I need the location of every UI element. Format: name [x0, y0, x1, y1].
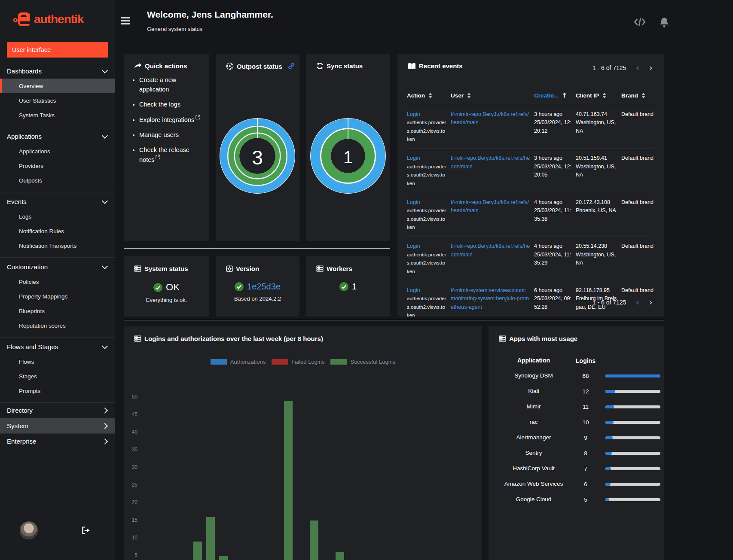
column-header-client-ip[interactable]: Client IP	[576, 91, 620, 100]
menu-icon[interactable]	[121, 17, 130, 26]
column-header-brand[interactable]: Brand	[621, 91, 658, 100]
chevron-down-icon	[102, 198, 108, 204]
app-usage-row: Kiali12	[501, 383, 664, 399]
sidebar-item-stages[interactable]: Stages	[0, 369, 115, 383]
event-action-link[interactable]: Login	[407, 287, 420, 293]
sidebar-item-blueprints[interactable]: Blueprints	[0, 304, 115, 318]
sidebar-item-customization[interactable]: Customization	[0, 259, 115, 274]
app-login-count: 9	[569, 435, 602, 441]
next-page-icon-bottom[interactable]: ›	[649, 298, 653, 307]
server-icon	[134, 265, 141, 272]
app-name: Mimir	[501, 403, 566, 411]
apps-col-application: Application	[501, 356, 566, 365]
sidebar-item-enterprise[interactable]: Enterprise	[0, 434, 115, 449]
outpost-count: 3	[219, 146, 296, 169]
apps-usage-title: Apps with most usage	[509, 335, 577, 342]
event-user-link[interactable]: tf-mimir-repo:BeryJu/k8s:ref:refs/heads/…	[451, 111, 529, 125]
sidebar-item-applications[interactable]: Applications	[0, 144, 115, 158]
event-user-link[interactable]: tf-mimir-repo:BeryJu/k8s:ref:refs/heads/…	[451, 199, 529, 213]
version-value[interactable]: 1e25d3e	[247, 282, 281, 292]
events-table: ActionUserCreatio...Client IPBrandLogina…	[407, 89, 655, 317]
sidebar-item-notification-transports[interactable]: Notification Transports	[0, 238, 115, 253]
user-interface-button[interactable]: User interface	[7, 42, 108, 58]
user-avatar[interactable]	[20, 521, 38, 539]
column-header-creatio[interactable]: Creatio...	[534, 91, 575, 100]
check-circle-icon	[153, 283, 162, 292]
external-link-icon	[195, 115, 200, 119]
app-usage-progressbar	[605, 452, 660, 455]
app-usage-row: Google Cloud5	[501, 492, 664, 507]
sidebar-item-directory[interactable]: Directory	[0, 403, 115, 418]
chevron-down-icon	[102, 343, 108, 349]
sidebar-item-overview[interactable]: Overview	[0, 79, 115, 93]
apps-col-logins: Logins	[569, 357, 602, 364]
sidebar-item-property-mappings[interactable]: Property Mappings	[0, 289, 115, 304]
app-name: Synology DSM	[501, 372, 566, 380]
quick-action-explore-integrations[interactable]: Explore integrations	[139, 115, 202, 125]
nav-section-enterprise: Enterprise	[0, 433, 115, 449]
sidebar-item-policies[interactable]: Policies	[0, 274, 115, 289]
sidebar-item-logs[interactable]: Logs	[0, 209, 115, 224]
sidebar-section-label: Enterprise	[7, 438, 36, 445]
system-status-value: OK	[166, 282, 180, 293]
event-user-link[interactable]: tf-mimir-system:serviceaccount:monitorin…	[451, 287, 529, 310]
link-icon[interactable]	[288, 63, 295, 70]
sidebar-item-user-statistics[interactable]: User Statistics	[0, 93, 115, 108]
sign-out-icon[interactable]	[82, 527, 91, 534]
quick-action-manage-users[interactable]: Manage users	[139, 131, 202, 140]
app-name: Amazon Web Services	[501, 480, 566, 488]
event-brand: Default brand	[621, 110, 658, 144]
sidebar-item-system-tasks[interactable]: System Tasks	[0, 108, 115, 122]
sidebar-item-events[interactable]: Events	[0, 194, 115, 209]
pagination-range: 1 - 6 of 7125	[593, 64, 626, 71]
nav-section-directory: Directory	[0, 402, 115, 418]
column-header-action[interactable]: Action	[407, 91, 450, 100]
event-brand: Default brand	[621, 242, 658, 276]
sidebar-item-notification-rules[interactable]: Notification Rules	[0, 224, 115, 238]
sidebar-item-applications[interactable]: Applications	[0, 129, 115, 144]
app-name: rac	[501, 418, 566, 426]
sidebar-item-system[interactable]: System	[0, 418, 115, 433]
sync-count: 1	[310, 148, 386, 167]
next-page-icon[interactable]: ›	[649, 63, 653, 73]
chevron-right-icon	[102, 407, 108, 413]
column-header-user[interactable]: User	[451, 91, 533, 100]
logins-chart-card: Logins and authorizations over the last …	[124, 326, 482, 560]
app-usage-row: HashiCorp Vault7	[501, 461, 664, 476]
server-icon	[316, 265, 324, 272]
event-action-link[interactable]: Login	[407, 199, 420, 205]
sidebar-item-flows-and-stages[interactable]: Flows and Stages	[0, 339, 115, 354]
sidebar-item-flows[interactable]: Flows	[0, 354, 115, 369]
version-title: Version	[236, 265, 259, 272]
sidebar-item-outposts[interactable]: Outposts	[0, 173, 115, 188]
recent-events-card: Recent events 1 - 6 of 7125 ‹ › ActionUs…	[397, 54, 664, 317]
prev-page-icon-bottom[interactable]: ‹	[635, 298, 639, 307]
app-name: Sentry	[501, 449, 566, 457]
sidebar-item-providers[interactable]: Providers	[0, 158, 115, 173]
event-client-ip: 20.172.43.108Phoenix, US, NA	[576, 198, 620, 232]
event-action-link[interactable]: Login	[407, 111, 420, 117]
sidebar-section-label: Applications	[7, 133, 42, 140]
code-icon[interactable]	[634, 17, 646, 27]
quick-action-check-the-release-notes[interactable]: Check the release notes	[139, 146, 202, 165]
event-brand: Default brand	[621, 198, 658, 232]
bell-icon[interactable]	[660, 17, 669, 27]
nav-section-applications: ApplicationsApplicationsProvidersOutpost…	[0, 127, 115, 192]
prev-page-icon[interactable]: ‹	[635, 63, 639, 73]
event-user-link[interactable]: tf-loki-repo:BeryJu/k8s:ref:refs/heads/m…	[451, 243, 530, 257]
app-login-count: 10	[569, 419, 602, 426]
sidebar-item-reputation-scores[interactable]: Reputation scores	[0, 318, 115, 333]
quick-action-create-a-new-application[interactable]: Create a new application	[139, 76, 202, 94]
event-user-link[interactable]: tf-loki-repo:BeryJu/k8s:ref:refs/heads/m…	[451, 155, 530, 169]
successful-logins-bar	[219, 556, 228, 560]
quick-action-check-the-logs[interactable]: Check the logs	[139, 100, 202, 110]
sidebar-item-dashboards[interactable]: Dashboards	[0, 64, 115, 79]
app-name: Kiali	[501, 387, 566, 396]
event-action-app: authentik.providers.oauth2.views.token	[407, 208, 446, 230]
quick-actions-list: Create a new applicationCheck the logsEx…	[124, 76, 209, 165]
sidebar-item-prompts[interactable]: Prompts	[0, 383, 115, 398]
event-action-link[interactable]: Login	[407, 243, 420, 249]
app-usage-progressbar	[605, 374, 660, 377]
y-axis-tick: 50	[126, 394, 137, 400]
event-action-link[interactable]: Login	[407, 155, 420, 161]
